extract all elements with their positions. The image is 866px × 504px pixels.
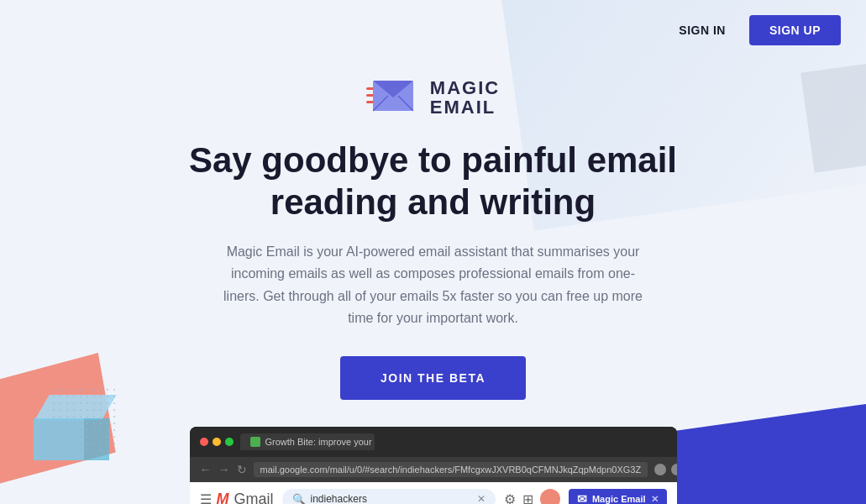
browser-tab-favicon [250,437,260,447]
browser-url-bar[interactable]: mail.google.com/mail/u/0/#search/indieha… [254,462,648,477]
browser-toolbar-icons [654,464,676,475]
gmail-icon-grid[interactable]: ⊞ [522,491,533,504]
browser-tab-label: Growth Bite: improve your $li... [265,437,375,447]
navbar: SIGN IN SIGN UP [0,0,866,60]
magic-email-ext-label: Magic Email [592,494,646,504]
logo-icon [366,77,420,119]
browser-back-btn[interactable]: ← [200,463,212,476]
browser-dot-minimize[interactable] [213,438,221,446]
headline-line2: reading and writing [270,182,596,222]
browser-dot-maximize[interactable] [225,438,234,446]
magic-email-extension: ✉ Magic Email ✕ [569,489,667,504]
gmail-menu-icon: ☰ M Gmail [200,491,274,504]
signup-button[interactable]: SIGN UP [749,15,841,45]
browser-titlebar: Growth Bite: improve your $li... [190,427,677,457]
gmail-label: Gmail [234,491,274,504]
gmail-logo-m: M [217,491,229,504]
gmail-search-clear-icon[interactable]: ✕ [477,493,485,504]
envelope-icon [373,81,413,114]
browser-icon-1 [654,464,666,475]
signin-button[interactable]: SIGN IN [669,17,736,44]
search-icon: 🔍 [292,493,306,504]
browser-addressbar: ← → ↻ mail.google.com/mail/u/0/#search/i… [190,457,677,482]
browser-forward-btn[interactable]: → [218,463,230,476]
logo-email-text: EMAIL [430,97,500,118]
browser-icon-2 [671,464,676,475]
gmail-search-bar[interactable]: 🔍 indiehackers ✕ [282,489,496,504]
headline-line1: Say goodbye to painful email [189,140,677,180]
hero-subtext: Magic Email is your AI-powered email ass… [215,241,652,330]
logo-magic-text: MAGIC [430,79,500,97]
logo: MAGIC EMAIL [366,77,500,119]
browser-reload-btn[interactable]: ↻ [237,463,247,476]
hero-headline: Say goodbye to painful email reading and… [189,139,677,224]
join-beta-button[interactable]: JOIN THE BETA [340,356,526,400]
gmail-search-text: indiehackers [311,493,472,504]
browser-dot-close[interactable] [200,438,208,446]
browser-mockup: Growth Bite: improve your $li... ← → ↻ m… [190,427,677,504]
extension-close-icon[interactable]: ✕ [651,494,659,504]
browser-tab[interactable]: Growth Bite: improve your $li... [240,433,375,450]
browser-traffic-lights [200,438,234,446]
browser-body: ☰ M Gmail 🔍 indiehackers ✕ ⚙ ⊞ ✉ Magic E… [190,482,677,504]
browser-url-text: mail.google.com/mail/u/0/#search/indieha… [260,465,642,475]
gmail-icon-settings[interactable]: ⚙ [504,491,516,504]
main-content: MAGIC EMAIL Say goodbye to painful email… [0,60,866,504]
gmail-avatar[interactable] [540,489,560,504]
logo-text: MAGIC EMAIL [430,79,500,118]
